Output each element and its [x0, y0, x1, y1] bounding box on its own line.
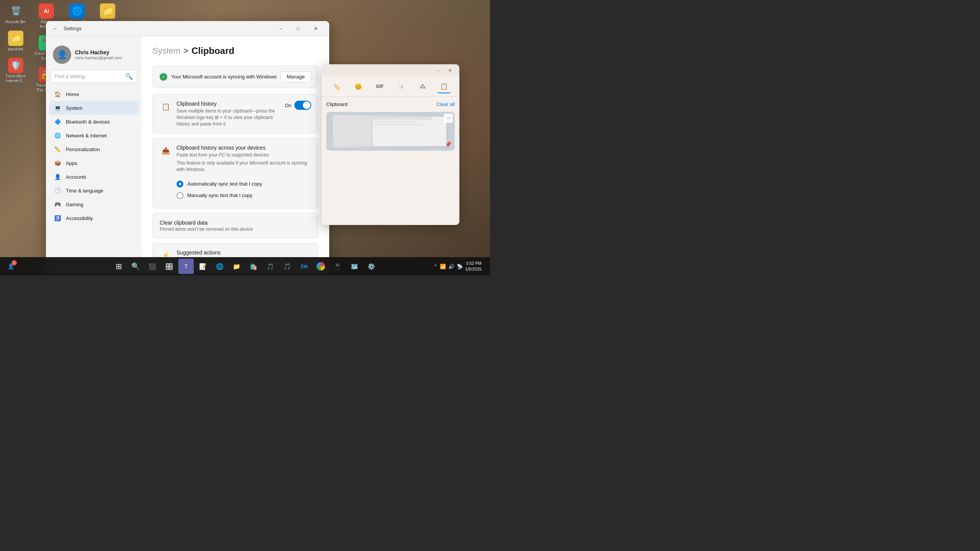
search-button[interactable]: 🔍 — [128, 259, 143, 274]
nav-item-apps[interactable]: 📦 Apps — [49, 156, 139, 170]
clipboard-more-btn[interactable]: ⋯ — [444, 114, 453, 123]
popup-tool-clipboard[interactable]: 📋 — [437, 80, 451, 93]
clipboard-history-desc: Save multiple items to your clipboard—pr… — [176, 108, 279, 127]
bluetooth-icon: 🔷 — [54, 118, 61, 126]
clipboard-history-icon: 📋 — [160, 101, 172, 113]
tray-sound[interactable]: 🔊 — [448, 264, 454, 269]
nav-item-accessibility[interactable]: ♿ Accessibility — [49, 211, 139, 225]
settings-search-box[interactable]: 🔍 — [51, 70, 137, 83]
system-icon: 💻 — [54, 104, 61, 112]
clipboard-history-toggle[interactable] — [294, 101, 311, 110]
widgets-button[interactable]: 🎛️ — [162, 259, 177, 274]
nav-label-network: Network & internet — [66, 133, 107, 139]
popup-toolbar: 🏷️ 😊 GIF ;-) ⁂ 📋 — [322, 77, 459, 97]
nav-item-system[interactable]: 💻 System — [49, 101, 139, 115]
teams-taskbar-button[interactable]: T — [178, 259, 194, 274]
tray-arrow[interactable]: ⌃ — [433, 264, 438, 269]
popup-tool-special[interactable]: ⁂ — [416, 80, 430, 93]
clipboard-item-actions: ⋯ — [444, 114, 453, 123]
clear-row: Clear clipboard data Pinned items won't … — [160, 220, 311, 232]
radio-manual-sync-circle — [176, 192, 183, 199]
notification-badge: 3 — [11, 260, 17, 266]
chrome-taskbar-button[interactable] — [313, 259, 328, 274]
clipboard-popup-title: Clipboard — [326, 101, 348, 107]
nav-item-time[interactable]: 🕐 Time & language — [49, 184, 139, 197]
sticky-notes-button[interactable]: 📝 — [195, 259, 211, 274]
store-button[interactable]: 🛍️ — [246, 259, 261, 274]
tray-wifi[interactable]: 📡 — [457, 264, 463, 269]
settings-search-input[interactable] — [55, 73, 122, 79]
desktop-icon-recycle-bin[interactable]: 🗑️ Recycle Bin — [2, 2, 29, 26]
radio-manual-sync-label: Manually sync text that I copy — [187, 192, 253, 198]
taskbar-notification[interactable]: 👤 3 — [3, 259, 18, 274]
clipboard-item[interactable]: ⋯ 📌 — [326, 112, 455, 151]
taskbar-datetime[interactable]: 3:52 PM 1/6/2025 — [465, 261, 482, 272]
sync-check-icon: ✓ — [160, 73, 167, 81]
popup-close[interactable]: ✕ — [444, 66, 456, 75]
manage-button[interactable]: Manage — [280, 71, 311, 82]
gaming-icon: 🎮 — [54, 201, 61, 208]
taskbar: 👤 3 ⊞ 🔍 ⬛ 🎛️ T 📝 🌐 📁 🛍️ 🎵 🎵 ZM 📱 🗺️ ⚙️ — [0, 257, 490, 276]
clipboard-devices-desc2: This feature is only available if your M… — [176, 160, 311, 173]
nav-label-bluetooth: Bluetooth & devices — [66, 119, 110, 125]
nav-label-time: Time & language — [66, 188, 103, 194]
time-icon: 🕐 — [54, 187, 61, 194]
nav-label-gaming: Gaming — [66, 202, 83, 207]
clipboard-thumbnail — [327, 112, 454, 150]
popup-win-controls: − ✕ — [433, 66, 456, 75]
radio-auto-sync[interactable]: Automatically sync text that I copy — [176, 181, 311, 187]
breadcrumb-current: Clipboard — [191, 46, 234, 56]
clipboard-history-title: Clipboard history — [176, 101, 279, 107]
close-button[interactable]: ✕ — [307, 23, 325, 35]
music-button[interactable]: 🎵 — [263, 259, 278, 274]
window-title: Settings — [64, 26, 82, 31]
task-view-button[interactable]: ⬛ — [145, 259, 160, 274]
minimize-button[interactable]: − — [272, 23, 289, 35]
nav-label-apps: Apps — [66, 160, 77, 166]
clipboard-pin-button[interactable]: 📌 — [445, 141, 451, 147]
browser-taskbar-button[interactable]: 🌐 — [212, 259, 227, 274]
desktop-icon-trend-micro[interactable]: 🛡️ Trend Micro Internet S... — [2, 56, 29, 85]
breadcrumb: System > Clipboard — [152, 46, 318, 56]
nav-item-network[interactable]: 🌐 Network & internet — [49, 129, 139, 142]
show-desktop-button[interactable] — [484, 259, 487, 274]
network-icon: 🌐 — [54, 132, 61, 139]
radio-auto-sync-circle — [176, 181, 183, 187]
app1-taskbar-button[interactable]: 📱 — [330, 259, 345, 274]
spotify-button[interactable]: 🎵 — [279, 259, 295, 274]
settings-titlebar: ← Settings − □ ✕ — [46, 21, 329, 36]
desktop-icon-paystubs[interactable]: 📁 paystubs — [2, 29, 29, 53]
clipboard-devices-desc1: Paste text from your PC to supported dev… — [176, 152, 311, 158]
settings-sidebar: 👤 Chris Hachey chris.hachey@gmail.com 🔍 … — [46, 36, 142, 274]
nav-item-accounts[interactable]: 👤 Accounts — [49, 170, 139, 184]
file-explorer-button[interactable]: 📁 — [229, 259, 244, 274]
user-profile: 👤 Chris Hachey chris.hachey@gmail.com — [49, 42, 139, 70]
clipboard-popup: − ✕ 🏷️ 😊 GIF ;-) ⁂ 📋 Clipboard Clear all — [322, 64, 459, 225]
nav-item-home[interactable]: 🏠 Home — [49, 87, 139, 101]
popup-minimize[interactable]: − — [433, 66, 444, 75]
maximize-button[interactable]: □ — [289, 23, 307, 35]
radio-manual-sync[interactable]: Manually sync text that I copy — [176, 192, 311, 199]
clipboard-devices-icon: 📤 — [160, 145, 172, 157]
popup-tool-emoticon[interactable]: ;-) — [394, 80, 408, 93]
taskbar-time-display: 3:52 PM — [465, 261, 482, 266]
nav-item-bluetooth[interactable]: 🔷 Bluetooth & devices — [49, 115, 139, 129]
back-button[interactable]: ← — [51, 24, 60, 33]
popup-tool-gif[interactable]: GIF — [373, 80, 387, 93]
clipboard-history-toggle-container: On — [285, 101, 311, 110]
settings-main: System > Clipboard ✓ Your Microsoft acco… — [142, 36, 329, 274]
clear-clipboard-card: Clear clipboard data Pinned items won't … — [152, 213, 318, 238]
accessibility-icon: ♿ — [54, 214, 61, 222]
nav-item-gaming[interactable]: 🎮 Gaming — [49, 197, 139, 211]
breadcrumb-separator: > — [183, 46, 188, 56]
popup-tool-emoji[interactable]: 😊 — [351, 80, 365, 93]
tray-network[interactable]: 📶 — [440, 264, 446, 269]
nav-item-personalization[interactable]: ✏️ Personalization — [49, 142, 139, 156]
settings-taskbar-button[interactable]: ⚙️ — [364, 259, 379, 274]
avatar: 👤 — [53, 46, 71, 64]
clear-all-button[interactable]: Clear all — [436, 101, 455, 107]
start-button[interactable]: ⊞ — [111, 259, 126, 274]
popup-tool-tag[interactable]: 🏷️ — [330, 80, 344, 93]
app2-taskbar-button[interactable]: 🗺️ — [347, 259, 362, 274]
zoom-taskbar-button[interactable]: ZM — [296, 259, 312, 274]
